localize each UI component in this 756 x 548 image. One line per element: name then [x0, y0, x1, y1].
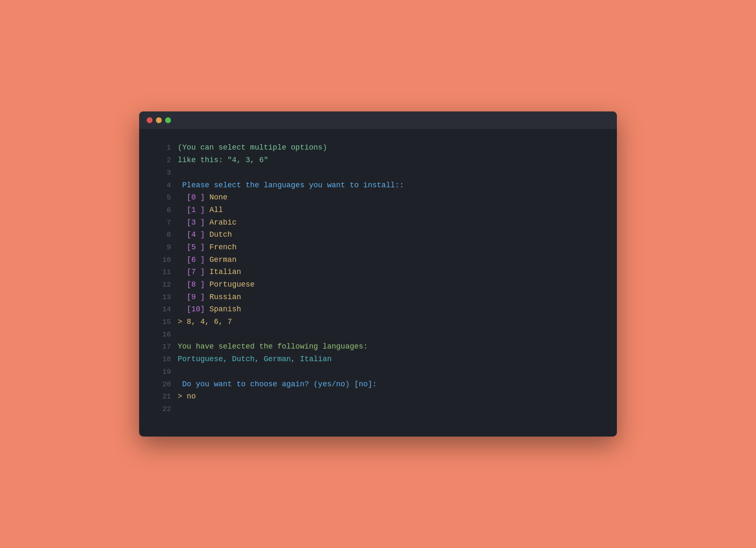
line-number: 11 — [156, 266, 171, 278]
line-number: 7 — [156, 217, 171, 229]
terminal-line: 21> no — [156, 390, 600, 403]
terminal-line: 4 Please select the languages you want t… — [156, 179, 600, 192]
minimize-icon[interactable] — [156, 117, 162, 123]
line-number: 15 — [156, 316, 171, 328]
terminal-line: 5 [0 ] None — [156, 191, 600, 204]
terminal-line: 13 [9 ] Russian — [156, 291, 600, 304]
line-content: [9 ] Russian — [178, 291, 241, 304]
close-icon[interactable] — [147, 117, 153, 123]
line-content: [4 ] Dutch — [178, 229, 232, 241]
line-content: [5 ] French — [178, 241, 236, 254]
line-content — [178, 328, 182, 341]
line-number: 21 — [156, 391, 171, 403]
line-number: 20 — [156, 379, 171, 390]
line-number: 9 — [156, 242, 171, 253]
line-content: [6 ] German — [178, 254, 236, 266]
line-number: 10 — [156, 254, 171, 266]
terminal-line: 17You have selected the following langua… — [156, 341, 600, 353]
line-number: 17 — [156, 341, 171, 353]
terminal-line: 9 [5 ] French — [156, 241, 600, 254]
line-content: like this: "4, 3, 6" — [178, 154, 268, 167]
line-content: You have selected the following language… — [178, 341, 368, 353]
line-content: [3 ] Arabic — [178, 217, 236, 229]
maximize-icon[interactable] — [165, 117, 171, 123]
terminal-line: 18Portuguese, Dutch, German, Italian — [156, 353, 600, 366]
line-number: 2 — [156, 155, 171, 166]
terminal-line: 16 — [156, 328, 600, 341]
terminal-line: 22 — [156, 403, 600, 416]
line-content: Portuguese, Dutch, German, Italian — [178, 353, 331, 366]
line-content: [8 ] Portuguese — [178, 279, 255, 291]
line-number: 14 — [156, 304, 171, 315]
terminal-line: 2like this: "4, 3, 6" — [156, 154, 600, 167]
line-number: 3 — [156, 167, 171, 179]
line-number: 18 — [156, 354, 171, 365]
terminal-line: 1(You can select multiple options) — [156, 142, 600, 154]
titlebar — [139, 111, 617, 129]
line-content: [10] Spanish — [178, 303, 241, 316]
terminal-line: 19 — [156, 366, 600, 378]
terminal-line: 14 [10] Spanish — [156, 303, 600, 316]
line-number: 16 — [156, 329, 171, 341]
terminal-window: 1(You can select multiple options)2like … — [139, 111, 617, 436]
line-number: 4 — [156, 180, 171, 191]
line-number: 8 — [156, 229, 171, 241]
line-content: > no — [178, 390, 196, 403]
line-number: 12 — [156, 279, 171, 291]
line-number: 22 — [156, 403, 171, 415]
terminal-line: 20 Do you want to choose again? (yes/no)… — [156, 378, 600, 391]
line-content — [178, 403, 182, 416]
terminal-line: 10 [6 ] German — [156, 254, 600, 266]
terminal-line: 6 [1 ] All — [156, 204, 600, 217]
terminal-line: 7 [3 ] Arabic — [156, 217, 600, 229]
line-number: 1 — [156, 142, 171, 154]
line-content — [178, 167, 182, 179]
terminal-line: 15> 8, 4, 6, 7 — [156, 316, 600, 328]
terminal-line: 12 [8 ] Portuguese — [156, 279, 600, 291]
line-content: Do you want to choose again? (yes/no) [n… — [178, 378, 377, 391]
line-content — [178, 366, 182, 378]
terminal-line: 3 — [156, 167, 600, 179]
line-content: [0 ] None — [178, 191, 228, 204]
terminal-line: 11 [7 ] Italian — [156, 266, 600, 279]
line-content: > 8, 4, 6, 7 — [178, 316, 232, 328]
terminal-body: 1(You can select multiple options)2like … — [139, 129, 617, 436]
line-content: (You can select multiple options) — [178, 142, 327, 154]
line-content: Please select the languages you want to … — [178, 179, 404, 192]
line-content: [7 ] Italian — [178, 266, 241, 279]
terminal-line: 8 [4 ] Dutch — [156, 229, 600, 241]
line-number: 5 — [156, 192, 171, 204]
line-content: [1 ] All — [178, 204, 223, 217]
line-number: 6 — [156, 204, 171, 216]
line-number: 19 — [156, 366, 171, 378]
line-number: 13 — [156, 292, 171, 303]
